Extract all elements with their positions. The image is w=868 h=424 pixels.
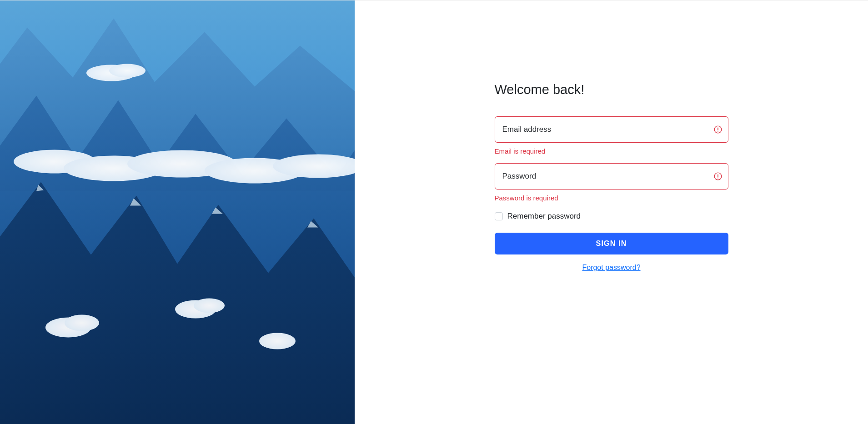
forgot-row: Forgot password? (495, 264, 728, 272)
remember-checkbox[interactable] (495, 212, 503, 220)
remember-row: Remember password (495, 212, 728, 221)
hero-image (0, 0, 355, 424)
error-icon (714, 172, 722, 180)
login-form-pane: Welcome back! Email is required (355, 0, 868, 424)
login-form: Welcome back! Email is required (495, 82, 728, 272)
svg-point-11 (194, 299, 225, 313)
signin-button[interactable]: SIGN IN (495, 233, 728, 254)
error-icon (714, 125, 722, 134)
email-error: Email is required (495, 147, 728, 155)
svg-point-9 (65, 315, 99, 331)
svg-rect-14 (717, 127, 718, 130)
password-group: Password is required (495, 163, 728, 202)
svg-point-7 (109, 64, 146, 78)
password-input-wrap (495, 163, 728, 190)
email-group: Email is required (495, 116, 728, 155)
page-title: Welcome back! (495, 82, 728, 97)
email-field[interactable] (495, 116, 728, 143)
password-field[interactable] (495, 163, 728, 190)
svg-point-18 (717, 177, 718, 178)
remember-label[interactable]: Remember password (507, 212, 581, 221)
svg-point-15 (717, 130, 718, 131)
forgot-password-link[interactable]: Forgot password? (582, 264, 640, 271)
email-input-wrap (495, 116, 728, 143)
svg-point-12 (259, 333, 296, 349)
svg-rect-17 (717, 174, 718, 177)
password-error: Password is required (495, 194, 728, 202)
